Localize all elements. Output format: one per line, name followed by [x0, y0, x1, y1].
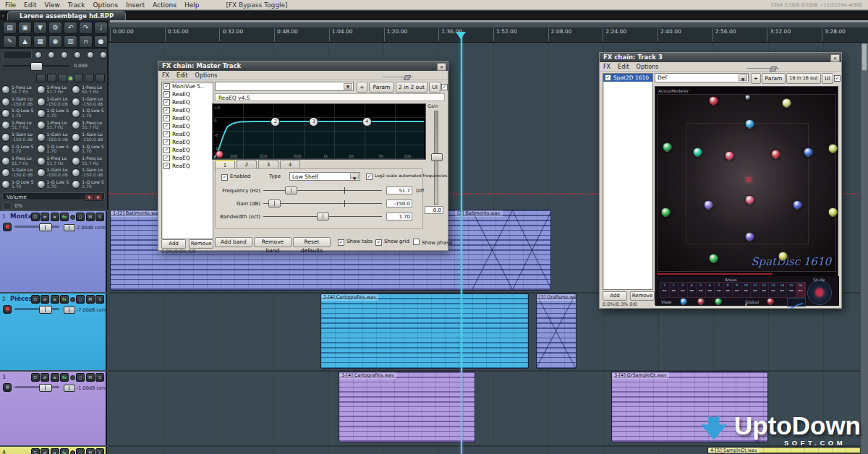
param-knob-cell[interactable]: 1-Gain Lo-150.0 dB — [37, 167, 72, 179]
check-show-grid[interactable]: ✓Show grid — [375, 239, 409, 246]
route-button[interactable]: ⇄ — [41, 373, 49, 382]
output-gain-slider[interactable] — [434, 111, 438, 205]
phase-button[interactable]: ○ — [76, 213, 85, 221]
param-knob-cell[interactable]: 1-Gain Lo-150.0 dB — [72, 95, 107, 107]
knob-icon[interactable] — [1, 121, 10, 129]
param-slider[interactable] — [263, 200, 382, 207]
fx-enabled-checkbox[interactable]: ✓ — [834, 75, 841, 82]
chevron-down-icon[interactable]: ▼ — [344, 83, 352, 90]
mute-button[interactable]: M — [86, 373, 95, 382]
project-settings-icon[interactable]: ⚙ — [48, 22, 62, 34]
slider-thumb[interactable] — [285, 187, 297, 194]
mini-knob-icon[interactable] — [87, 51, 94, 59]
window-menu-fx[interactable]: FX — [162, 72, 169, 79]
knob-icon[interactable] — [37, 121, 46, 129]
loop-icon[interactable]: ∩ — [79, 35, 93, 48]
fx-list-item[interactable]: ✓ReaEQ — [162, 162, 213, 170]
mute-button[interactable]: M — [86, 213, 95, 221]
knob-icon[interactable] — [37, 168, 46, 177]
param-value[interactable]: 1.70 — [386, 213, 412, 220]
record-arm-button[interactable] — [3, 223, 12, 231]
track-name[interactable]: Pièces — [10, 295, 33, 302]
eq-graph[interactable]: +60-6-121002005001k2k5k10k2341 — [212, 103, 426, 160]
channel-cell-10[interactable]: 10▪▪ — [742, 283, 752, 297]
fader-thumb[interactable] — [39, 384, 52, 392]
folder-button[interactable]: ⊡ — [31, 373, 40, 382]
io-button[interactable]: 16 in 16 out — [786, 73, 821, 84]
open-project-icon[interactable]: ▣ — [18, 22, 32, 34]
param-knob-cell[interactable]: 1-Gain Lo-150.0 dB — [37, 132, 72, 143]
pan-knob[interactable] — [64, 385, 75, 392]
channel-cell-7[interactable]: 7▪▪ — [715, 283, 724, 297]
fx-button[interactable]: fx — [60, 373, 69, 382]
panner-ball[interactable] — [745, 232, 754, 241]
tab-scroll-icon[interactable]: » — [1, 13, 4, 19]
add-fx-button[interactable]: Add — [603, 291, 627, 301]
solo-button[interactable]: S — [95, 373, 104, 382]
param-knob-cell[interactable]: 1-Freq Lo51.7 Hz — [1, 155, 37, 166]
knob-icon[interactable] — [1, 85, 10, 94]
menu-item-file[interactable]: File — [5, 1, 16, 9]
knob-icon[interactable] — [72, 121, 80, 129]
media-item[interactable]: [3] Grafisme.wav — [536, 294, 576, 369]
track-panel-4[interactable]: 4⊡⇄≡fx○MS — [0, 447, 107, 454]
log-scale-option[interactable]: ✓Log2-scale automated frequencies — [366, 174, 447, 180]
panner-field[interactable]: SpatDisc 1610 ✕ — [657, 94, 836, 272]
fx-bypass-toggle[interactable]: [FX Bypass Toggle] — [226, 1, 287, 9]
preset-save-button[interactable]: + — [751, 73, 761, 84]
fx-list-item[interactable]: ✓ReaEQ — [162, 122, 213, 130]
panel-button[interactable] — [74, 74, 83, 82]
param-slider[interactable] — [263, 187, 382, 194]
fx-enable-button[interactable] — [58, 74, 67, 82]
playhead-marker-icon[interactable] — [456, 32, 466, 39]
fx-list-item[interactable]: ✓ReaEQ — [162, 146, 213, 154]
param-knob-cell[interactable]: 1-Gain Lo-150.0 dB — [72, 132, 107, 143]
folder-button[interactable]: ⊡ — [31, 295, 40, 304]
channel-cell-13[interactable]: 13▪▪ — [769, 283, 778, 297]
fx-list-item[interactable]: ✓ReaEQ — [162, 154, 213, 162]
panner-ball[interactable] — [782, 98, 791, 108]
view-ball-red[interactable] — [697, 298, 705, 305]
env-button[interactable]: ≡ — [51, 295, 59, 304]
param-knob-cell[interactable]: 1-Q Low S1.70 — [37, 179, 72, 190]
knob-icon[interactable] — [1, 168, 10, 177]
envelope-icon[interactable]: ◉ — [48, 35, 62, 48]
route-button[interactable]: ⇄ — [41, 295, 49, 304]
fx-checkbox[interactable]: ✓ — [163, 155, 170, 161]
fx-button[interactable]: fx — [60, 448, 69, 454]
media-item[interactable]: 4-[5] SampleGt.wav — [707, 447, 868, 454]
pencil-icon[interactable]: ✎ — [3, 35, 17, 48]
slider-thumb[interactable] — [317, 213, 329, 220]
param-knob-cell[interactable]: 1-Freq Lo51.7 Hz — [72, 119, 107, 131]
channel-cell-9[interactable]: 9▪▪ — [733, 283, 742, 297]
mute-button[interactable]: M — [86, 448, 95, 454]
view-ball-blue[interactable] — [680, 298, 687, 305]
fx-list-item[interactable]: ✓Spat2D 1610 — [603, 74, 652, 82]
param-knob-cell[interactable]: 1-Q Low S1.70 — [1, 108, 37, 119]
timeline-ruler[interactable]: 0:00.000:16.000:32.000:48.001:04.001:20.… — [109, 27, 868, 43]
knob-icon[interactable] — [72, 109, 80, 118]
knob-icon[interactable] — [37, 98, 46, 106]
knob-icon[interactable] — [37, 180, 46, 189]
clear-button[interactable] — [95, 74, 105, 82]
remove-fx-button[interactable]: Remove — [189, 239, 213, 249]
channel-cell-3[interactable]: 3▪▪ — [678, 283, 688, 297]
channel-cell-5[interactable]: 5▪▪ — [697, 283, 706, 297]
param-value[interactable]: -150.0 — [386, 200, 412, 207]
panner-ball[interactable] — [709, 254, 718, 263]
knob-icon[interactable] — [1, 109, 10, 118]
knob-icon[interactable] — [37, 145, 46, 153]
close-icon[interactable]: ✕ — [830, 54, 840, 62]
env-button[interactable]: ≡ — [51, 213, 59, 221]
window-menu-fx[interactable]: FX — [603, 64, 610, 70]
bypass-button[interactable] — [85, 74, 94, 82]
env-dot[interactable] — [70, 215, 75, 220]
param-knob-cell[interactable]: 1-Q Low S1.70 — [72, 108, 107, 119]
distance-curve-icon[interactable] — [787, 298, 806, 307]
knob-icon[interactable] — [72, 168, 80, 177]
ui-button[interactable]: UI — [429, 82, 441, 93]
slider-thumb[interactable] — [268, 200, 281, 207]
panner-ball[interactable] — [828, 207, 838, 217]
panel-button[interactable] — [47, 74, 56, 82]
record-arm-button[interactable] — [3, 305, 12, 314]
